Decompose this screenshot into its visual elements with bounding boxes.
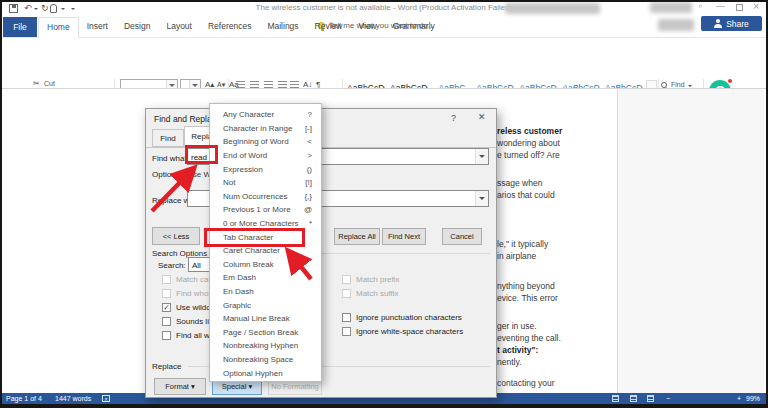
menu-item-em-dash[interactable]: Em Dash (210, 271, 321, 285)
document-text-line: evice. This error (497, 293, 558, 303)
help-icon[interactable]: ? (451, 113, 456, 123)
document-text-line: eventing the call. (497, 333, 561, 343)
menu-item-code: {,} (304, 192, 312, 201)
ribbon-tab-review[interactable]: Review (307, 17, 351, 37)
ribbon-tab-home[interactable]: Home (38, 17, 79, 38)
side-panel (618, 89, 764, 393)
menu-item-nonbreaking-space[interactable]: Nonbreaking Space (210, 353, 321, 367)
zoom-in-icon[interactable]: + (737, 393, 741, 404)
menu-item-any-character[interactable]: Any Character? (210, 108, 321, 122)
minimize-icon[interactable]: — (716, 1, 725, 11)
menu-item-label: Page / Section Break (223, 328, 298, 337)
checkbox-ignore-punctuation-characters[interactable]: Ignore punctuation characters (342, 310, 463, 324)
document-text-line: le," it typically (497, 239, 548, 249)
close-icon[interactable]: × (753, 0, 759, 12)
cut-button[interactable]: Cut (44, 80, 55, 87)
menu-item-end-of-word[interactable]: End of Word> (210, 149, 321, 163)
cancel-button[interactable]: Cancel (442, 228, 482, 245)
unchecked-checkbox-icon[interactable] (162, 331, 171, 340)
checkbox-ignore-white-space-characters[interactable]: Ignore white-space characters (342, 324, 463, 338)
menu-item-label: En Dash (223, 287, 254, 296)
menu-item-label: Manual Line Break (223, 314, 290, 323)
document-text-line: arios that could (497, 190, 555, 200)
menu-item-character-in-range[interactable]: Character in Range[-] (210, 122, 321, 136)
chevron-down-icon[interactable] (475, 149, 488, 164)
ribbon-tab-insert[interactable]: Insert (79, 17, 116, 37)
less-button[interactable]: << Less (152, 227, 200, 245)
document-text-line: nything beyond (497, 281, 555, 291)
zoom-level[interactable]: 99% (746, 393, 760, 404)
menu-item-manual-line-break[interactable]: Manual Line Break (210, 312, 321, 326)
menu-item-graphic[interactable]: Graphic (210, 298, 321, 312)
ribbon-tab-design[interactable]: Design (116, 17, 158, 37)
menu-item-code: () (307, 165, 312, 174)
tab-find[interactable]: Find (152, 129, 184, 147)
zoom-out-icon[interactable]: − (666, 393, 670, 404)
ribbon-tab-references[interactable]: References (200, 17, 259, 37)
chevron-down-icon[interactable] (475, 191, 488, 206)
document-text-line: contacting your (497, 378, 555, 388)
document-text-line: t activity": (497, 345, 538, 355)
ribbon-tab-mailings[interactable]: Mailings (259, 17, 306, 37)
document-text-line: reless customer (497, 126, 562, 136)
read-mode-icon[interactable] (612, 395, 619, 402)
print-layout-icon[interactable] (630, 395, 637, 402)
unchecked-checkbox-icon (162, 289, 171, 298)
menu-item-label: Graphic (223, 301, 251, 310)
ribbon-tab-strip: HomeInsertDesignLayoutReferencesMailings… (38, 17, 443, 37)
menu-item-label: Not (223, 178, 235, 187)
unchecked-checkbox-icon[interactable] (162, 317, 171, 326)
document-text-line: nently. (497, 357, 521, 367)
unchecked-checkbox-icon[interactable] (342, 313, 351, 322)
ribbon-display-options-icon[interactable]: ▫ (699, 1, 702, 11)
replace-all-button[interactable]: Replace All (334, 228, 380, 245)
menu-item-expression[interactable]: Expression() (210, 162, 321, 176)
menu-item-nonbreaking-hyphen[interactable]: Nonbreaking Hyphen (210, 339, 321, 353)
menu-item-optional-hyphen[interactable]: Optional Hyphen (210, 366, 321, 380)
web-layout-icon[interactable] (647, 395, 654, 402)
menu-item-label: Num Occurrences (223, 192, 287, 201)
dialog-close-icon[interactable]: ✕ (478, 112, 486, 122)
menu-item-label: Optional Hyphen (223, 369, 283, 378)
format-button[interactable]: Format ▾ (154, 378, 206, 395)
document-text: reless customerwondering aboute turned o… (497, 89, 617, 393)
maximize-icon[interactable] (736, 4, 743, 11)
search-direction-value: All (192, 261, 201, 270)
menu-item-label: Previous 1 or More (223, 205, 291, 214)
ribbon-tab-layout[interactable]: Layout (158, 17, 200, 37)
menu-item-label: Caret Character (223, 246, 280, 255)
share-label: Share (726, 19, 749, 29)
page-indicator[interactable]: Page 1 of 4 (6, 393, 42, 404)
unchecked-checkbox-icon[interactable] (342, 327, 351, 336)
menu-item-beginning-of-word[interactable]: Beginning of Word< (210, 135, 321, 149)
menu-item-column-break[interactable]: Column Break (210, 258, 321, 272)
menu-item-num-occurrences[interactable]: Num Occurrences{,} (210, 190, 321, 204)
unchecked-checkbox-icon (162, 275, 171, 284)
proofing-error-icon[interactable]: ✕ (102, 395, 110, 402)
checkbox-label: Ignore white-space characters (356, 327, 463, 336)
unchecked-checkbox-icon (342, 289, 351, 298)
cut-icon[interactable]: ✂ (33, 79, 40, 88)
find-button[interactable]: Find (671, 81, 685, 88)
menu-item-label: Column Break (223, 260, 274, 269)
menu-item-code: > (307, 151, 312, 160)
menu-item-en-dash[interactable]: En Dash (210, 285, 321, 299)
word-count[interactable]: 1447 words (55, 393, 91, 404)
checked-checkbox-icon[interactable]: ✓ (162, 303, 171, 312)
menu-item-page-section-break[interactable]: Page / Section Break (210, 326, 321, 340)
ribbon-tab-file[interactable]: File (3, 17, 37, 37)
ribbon-tab-grammarly[interactable]: Grammarly (385, 17, 443, 37)
menu-item-not[interactable]: Not[!] (210, 176, 321, 190)
ribbon-tab-view[interactable]: View (350, 17, 384, 37)
checkbox-label: Ignore punctuation characters (356, 313, 462, 322)
document-text-line: e turned off? Are (497, 150, 560, 160)
menu-item-previous-1-or-more[interactable]: Previous 1 or More@ (210, 203, 321, 217)
menu-item-label: Character in Range (223, 124, 292, 133)
panel-divider (617, 89, 618, 393)
find-next-button[interactable]: Find Next (382, 228, 426, 245)
unchecked-checkbox-icon (342, 275, 351, 284)
menu-item-label: 0 or More Characters (223, 219, 299, 228)
ribbon: Paste ✂ Cut Copy Format Painter Clipboar… (0, 38, 768, 89)
share-button[interactable]: Share (701, 16, 762, 31)
menu-item-label: Nonbreaking Hyphen (223, 341, 298, 350)
